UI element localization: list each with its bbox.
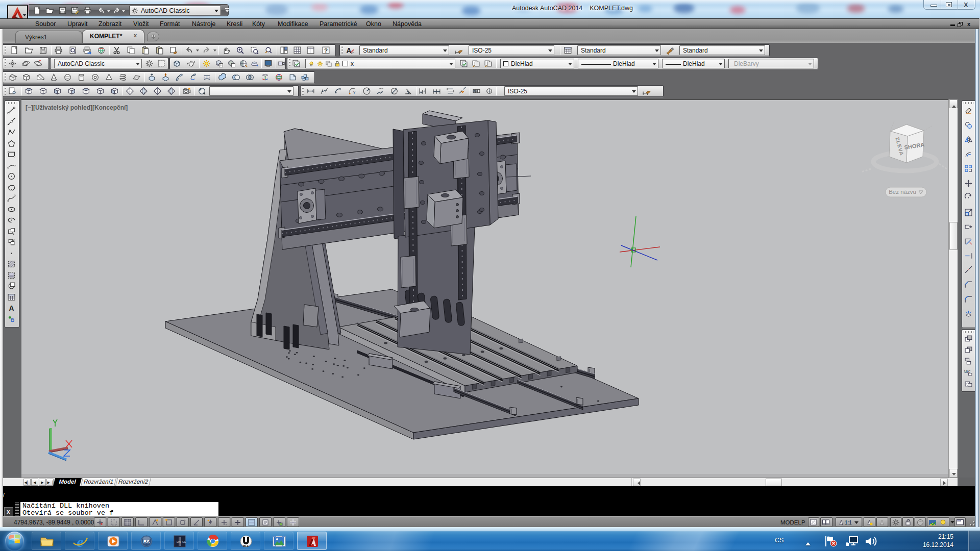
svg-text:1:1: 1:1 [845, 520, 852, 525]
svg-text:?: ? [324, 47, 328, 54]
svg-text:GE: GE [182, 540, 186, 543]
svg-text:BS: BS [143, 539, 150, 544]
svg-text:A: A [9, 304, 14, 312]
svg-text:Bez názvu: Bez názvu [889, 189, 916, 195]
svg-text:LIN: LIN [177, 540, 181, 543]
svg-text:ABC: ABC [964, 370, 970, 373]
svg-text:Y X: Y X [353, 91, 356, 94]
svg-text:BLE: BLE [243, 544, 249, 547]
svg-text:A: A [346, 46, 351, 55]
svg-text:e: e [77, 533, 83, 549]
